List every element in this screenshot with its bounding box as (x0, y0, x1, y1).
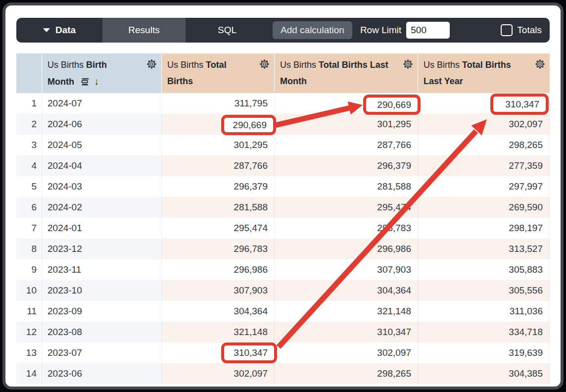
cell-total-births-last-month[interactable]: 304,364 (275, 280, 418, 301)
sort-descending-icon[interactable]: ↓ (94, 76, 99, 87)
cell-total-births-last-year[interactable]: 298,197 (418, 218, 550, 239)
cell-birth-month[interactable]: 2023-12 (42, 239, 162, 259)
cell-total-births[interactable]: 281,588 (162, 197, 275, 218)
cell-total-births-last-year[interactable]: 304,385 (418, 363, 550, 384)
add-calculation-button[interactable]: Add calculation (273, 21, 352, 39)
table-row: 142023-06302,097298,265304,385 (16, 363, 550, 384)
cell-birth-month[interactable]: 2024-03 (42, 176, 162, 197)
table-row: 92023-11296,986307,903305,883 (16, 259, 550, 280)
cell-total-births[interactable]: 301,295 (162, 135, 275, 155)
column-header-row-number[interactable] (16, 53, 42, 93)
table-row: 42024-04287,766296,379277,359 (16, 155, 550, 176)
table-row: 102023-10307,903304,364305,556 (16, 280, 550, 301)
row-number-cell: 9 (16, 259, 42, 280)
cell-total-births-last-month[interactable]: 287,766 (275, 135, 418, 155)
cell-total-births[interactable]: 304,364 (162, 301, 275, 322)
cell-birth-month[interactable]: 2024-06 (42, 114, 162, 135)
column-header-total-births-last-year[interactable]: Us Births Total Births Last Year (418, 53, 550, 93)
row-number-cell: 1 (16, 93, 42, 114)
cell-birth-month[interactable]: 2024-02 (42, 197, 162, 218)
cell-total-births[interactable]: 296,986 (162, 259, 275, 280)
column-header-total-births[interactable]: Us Births Total Births (162, 53, 275, 93)
column-header-label: Us Births Birth Month ↓ (42, 57, 161, 92)
cell-total-births[interactable]: 302,097 (162, 363, 275, 384)
annotation-box: 310,347 (221, 343, 277, 363)
cell-total-births[interactable]: 296,379 (162, 176, 275, 197)
cell-total-births[interactable]: 287,766 (162, 155, 275, 176)
cell-total-births-last-year[interactable]: 297,997 (418, 176, 550, 197)
row-number-cell: 8 (16, 239, 42, 259)
table-body: 12024-07311,795290,669310,34722024-06290… (16, 93, 550, 384)
cell-total-births-last-month[interactable]: 298,265 (275, 363, 418, 384)
row-number-cell: 14 (16, 363, 42, 384)
cell-birth-month[interactable]: 2023-08 (42, 322, 162, 343)
chevron-down-icon (43, 28, 50, 32)
cell-total-births-last-year[interactable]: 302,097 (418, 114, 550, 135)
tab-results-label: Results (128, 25, 159, 36)
cell-total-births-last-month[interactable]: 295,474 (275, 197, 418, 218)
cell-total-births[interactable]: 307,903 (162, 280, 275, 301)
cell-total-births-last-month[interactable]: 302,097 (275, 343, 418, 363)
cell-total-births-last-month[interactable]: 321,148 (275, 301, 418, 322)
row-number-cell: 7 (16, 218, 42, 239)
tab-data[interactable]: Data (16, 18, 102, 43)
gear-icon[interactable] (146, 58, 157, 69)
column-header-label: Us Births Total Births Last Year (418, 57, 550, 90)
row-number-cell: 12 (16, 322, 42, 343)
table-row: 112023-09304,364321,148311,036 (16, 301, 550, 322)
cell-total-births[interactable]: 295,474 (162, 218, 275, 239)
cell-total-births-last-year[interactable]: 305,556 (418, 280, 550, 301)
column-header-total-births-last-month[interactable]: Us Births Total Births Last Month (275, 53, 418, 93)
table-row: 12024-07311,795290,669310,347 (16, 93, 550, 114)
cell-birth-month[interactable]: 2023-06 (42, 363, 162, 384)
gear-icon[interactable] (403, 58, 413, 69)
cell-total-births[interactable]: 311,795 (162, 93, 275, 114)
cell-birth-month[interactable]: 2023-07 (42, 343, 162, 363)
cell-total-births-last-month[interactable]: 296,783 (275, 218, 418, 239)
gear-icon[interactable] (535, 58, 545, 69)
cell-birth-month[interactable]: 2024-05 (42, 135, 162, 155)
gear-icon[interactable] (259, 58, 270, 69)
row-limit-input[interactable] (406, 22, 450, 39)
cell-total-births-last-year[interactable]: 311,036 (418, 301, 550, 322)
cell-total-births-last-month[interactable]: 310,347 (275, 322, 418, 343)
results-table: Us Births Birth Month ↓Us Births Total B… (16, 53, 550, 384)
row-number-cell: 6 (16, 197, 42, 218)
cell-total-births-last-year[interactable]: 313,527 (418, 239, 550, 259)
annotation-box: 290,669 (221, 115, 276, 135)
row-number-cell: 10 (16, 280, 42, 301)
tab-results[interactable]: Results (102, 18, 186, 43)
tab-sql-label: SQL (218, 25, 236, 36)
row-limit-label: Row Limit (360, 25, 401, 36)
cell-birth-month[interactable]: 2024-07 (42, 93, 162, 114)
cell-total-births-last-year[interactable]: 319,639 (418, 343, 550, 363)
cell-birth-month[interactable]: 2023-09 (42, 301, 162, 322)
cell-birth-month[interactable]: 2023-10 (42, 280, 162, 301)
cell-total-births-last-month[interactable]: 301,295 (275, 114, 418, 135)
table-row: 82023-12296,783296,986313,527 (16, 239, 550, 259)
cell-total-births-last-month[interactable]: 307,903 (275, 259, 418, 280)
cell-total-births-last-year[interactable]: 269,590 (418, 197, 550, 218)
cell-birth-month[interactable]: 2024-04 (42, 155, 162, 176)
cell-birth-month[interactable]: 2023-11 (42, 259, 162, 280)
row-number-cell: 4 (16, 155, 42, 176)
cell-birth-month[interactable]: 2024-01 (42, 218, 162, 239)
totals-checkbox[interactable] (501, 24, 513, 36)
column-grouping-icon (81, 75, 91, 92)
table-row: 32024-05301,295287,766298,265 (16, 135, 550, 155)
cell-total-births[interactable]: 296,783 (162, 239, 275, 259)
cell-total-births-last-month[interactable]: 281,588 (275, 176, 418, 197)
table-row: 62024-02281,588295,474269,590 (16, 197, 550, 218)
cell-total-births-last-year[interactable]: 298,265 (418, 135, 550, 155)
tab-sql[interactable]: SQL (186, 18, 269, 43)
cell-total-births-last-month[interactable]: 296,379 (275, 155, 418, 176)
cell-total-births-last-month[interactable]: 296,986 (275, 239, 418, 259)
cell-total-births[interactable]: 321,148 (162, 322, 275, 343)
cell-total-births-last-year[interactable]: 334,718 (418, 322, 550, 343)
cell-total-births-last-year[interactable]: 277,359 (418, 155, 550, 176)
totals-group: Totals (501, 24, 542, 36)
column-header-birth-month[interactable]: Us Births Birth Month ↓ (42, 53, 162, 93)
table-row: 52024-03296,379281,588297,997 (16, 176, 550, 197)
cell-total-births-last-year[interactable]: 305,883 (418, 259, 550, 280)
totals-label: Totals (517, 25, 542, 36)
